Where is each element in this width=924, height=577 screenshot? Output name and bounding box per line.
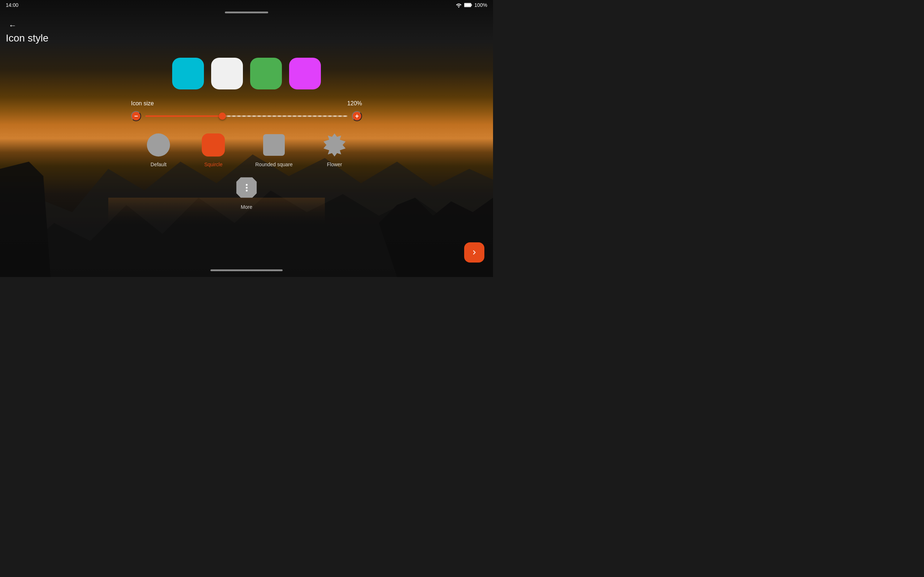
swatch-white[interactable] [211,58,243,89]
icon-size-section: Icon size 120% − + [131,100,362,121]
icon-style-row-1: Default Squircle Rounded square Flower [145,132,347,167]
dot-3 [246,190,247,192]
wifi-icon [456,3,462,8]
status-icons: 100% [456,2,487,8]
squircle-shape-container [200,132,226,158]
drag-handle-top [225,11,268,13]
size-value: 120% [347,100,362,107]
battery-percentage: 100% [474,2,487,8]
status-time: 14:00 [6,2,18,8]
slider-thumb[interactable] [219,113,226,120]
forward-arrow-icon [470,248,478,257]
rounded-square-shape-container [261,132,287,158]
svg-rect-2 [465,3,471,6]
flower-shape [323,134,346,156]
size-label: Icon size [131,100,154,107]
swatch-magenta[interactable] [289,58,321,89]
slider-minus-button[interactable]: − [131,111,141,121]
more-shape-container [234,174,260,200]
icon-style-row-2: More [234,174,260,210]
default-shape [145,132,171,158]
icon-style-squircle[interactable]: Squircle [200,132,226,167]
slider-dashes [222,115,347,117]
squircle-shape [202,134,225,156]
back-button[interactable]: ← [6,18,19,33]
dot-1 [246,184,247,186]
more-label: More [241,204,252,210]
status-bar: 14:00 100% [0,0,493,10]
flower-label: Flower [327,161,342,167]
default-label: Default [150,161,166,167]
rounded-square-label: Rounded square [255,161,293,167]
svg-rect-3 [472,4,472,6]
flower-shape-container [321,132,347,158]
swatch-cyan[interactable] [172,58,204,89]
slider-track[interactable] [145,115,347,117]
battery-icon [464,3,472,8]
page-title: Icon style [6,32,48,44]
dot-2 [246,187,247,189]
forward-button[interactable] [464,242,485,263]
swatch-green[interactable] [250,58,282,89]
more-dots [246,184,247,192]
squircle-label: Squircle [204,161,223,167]
slider-fill [145,115,222,117]
color-swatches [172,58,321,89]
slider-plus-button[interactable]: + [352,111,362,121]
icon-style-rounded-square[interactable]: Rounded square [255,132,293,167]
icon-style-default[interactable]: Default [145,132,171,167]
icon-style-more[interactable]: More [234,174,260,210]
circle-shape [147,134,170,156]
drag-handle-bottom [210,269,283,271]
slider-container: − + [131,111,362,121]
icon-styles: Default Squircle Rounded square Flower [145,132,347,210]
more-shape [235,176,258,199]
rounded-square-shape [263,134,285,156]
main-content: Icon size 120% − + Default [0,58,493,210]
size-header: Icon size 120% [131,100,362,107]
icon-style-flower[interactable]: Flower [321,132,347,167]
